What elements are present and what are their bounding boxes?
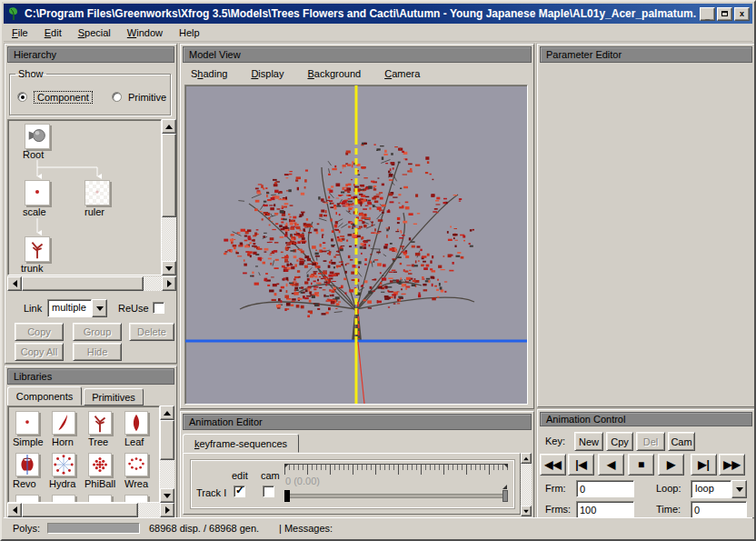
libraries-scroll-down-button[interactable] [160, 488, 174, 503]
library-item-partial-icon[interactable] [52, 495, 75, 503]
frames-total-input[interactable] [576, 501, 634, 518]
library-item-label[interactable]: Revo [13, 478, 36, 489]
copy-all-button[interactable]: Copy All [15, 343, 64, 361]
go-to-end-button[interactable]: ▶| [691, 454, 717, 476]
library-item-phiball-icon[interactable] [88, 453, 112, 476]
title-bar[interactable]: C:\Program Files\Greenworks\Xfrog 3.5\Mo… [4, 4, 752, 24]
library-item-wreath-icon[interactable] [124, 453, 148, 476]
close-button[interactable]: x [734, 7, 750, 21]
key-delete-button[interactable]: Del [636, 432, 665, 451]
maximize-button[interactable] [717, 7, 732, 21]
tab-primitives[interactable]: Primitives [84, 388, 144, 406]
menu-display[interactable]: Display [243, 65, 292, 82]
menu-edit[interactable]: Edit [36, 25, 70, 41]
root-node-icon[interactable] [25, 124, 50, 149]
play-backward-button[interactable]: ◀ [598, 454, 624, 476]
library-item-label[interactable]: Hydra [49, 478, 75, 489]
menu-file[interactable]: File [4, 25, 36, 41]
hierarchy-tree-canvas[interactable]: Root scale ruler trunk [7, 119, 162, 276]
component-library-canvas[interactable]: Simple Horn Tree Leaf Revo Hydra PhiBall… [7, 406, 160, 503]
libraries-scroll-right-button[interactable] [160, 503, 174, 517]
timeline-slider-thumb[interactable] [284, 490, 290, 502]
frame-input[interactable] [576, 480, 634, 497]
fast-forward-button[interactable]: ▶▶ [719, 454, 745, 476]
loop-combobox-value[interactable]: loop [691, 480, 731, 498]
trunk-node-label[interactable]: trunk [21, 263, 43, 274]
hierarchy-horizontal-scrollbar[interactable] [7, 276, 176, 291]
library-item-leaf-icon[interactable] [124, 411, 148, 435]
copy-button[interactable]: Copy [15, 323, 64, 341]
loop-combobox-dropdown-button[interactable] [731, 480, 747, 498]
libraries-vertical-scrollbar[interactable] [160, 406, 174, 503]
link-combobox-dropdown-button[interactable] [92, 299, 107, 317]
library-item-label[interactable]: PhiBall [85, 478, 115, 489]
link-combobox-value[interactable]: multiple [47, 299, 92, 317]
scale-node-icon[interactable] [25, 180, 50, 205]
reuse-checkbox[interactable] [153, 302, 164, 314]
menu-background[interactable]: Background [299, 65, 369, 82]
animation-editor-scroll-down-button[interactable] [521, 506, 532, 516]
menu-special[interactable]: Special [70, 25, 119, 41]
menu-window[interactable]: Window [119, 25, 171, 41]
timeline-ruler[interactable] [284, 464, 508, 475]
ruler-left-handle-icon[interactable] [284, 464, 289, 468]
component-radio[interactable] [17, 92, 27, 102]
delete-button[interactable]: Delete [129, 323, 174, 341]
library-item-revo-icon[interactable] [15, 453, 39, 476]
play-button[interactable]: ▶ [658, 454, 684, 476]
library-item-partial-icon[interactable] [15, 495, 39, 503]
primitive-radio-label[interactable]: Primitive [128, 92, 166, 103]
library-item-label[interactable]: Leaf [124, 436, 144, 447]
library-item-label[interactable]: Tree [88, 436, 108, 447]
library-item-label[interactable]: Wrea [124, 478, 148, 489]
scale-node-label[interactable]: scale [23, 206, 46, 217]
hierarchy-scroll-left-button[interactable] [7, 276, 22, 291]
link-combobox[interactable]: multiple [47, 299, 107, 317]
slider-right-handle-icon[interactable] [502, 485, 507, 489]
root-node-label[interactable]: Root [23, 149, 44, 160]
hierarchy-scroll-up-button[interactable] [162, 119, 176, 134]
library-item-partial-icon[interactable] [124, 495, 148, 503]
loop-combobox[interactable]: loop [691, 480, 747, 498]
library-item-hydra-icon[interactable] [52, 453, 75, 476]
hierarchy-vscroll-thumb[interactable] [162, 134, 176, 217]
menu-camera[interactable]: Camera [376, 65, 428, 82]
libraries-scroll-left-button[interactable] [7, 503, 22, 517]
hierarchy-scroll-right-button[interactable] [162, 276, 176, 291]
time-input[interactable] [691, 501, 747, 518]
library-item-label[interactable]: Horn [52, 436, 74, 447]
key-copy-button[interactable]: Cpy [606, 432, 633, 451]
trunk-node-icon[interactable] [25, 236, 50, 262]
ruler-node-icon[interactable] [85, 180, 110, 205]
ruler-node-label[interactable]: ruler [85, 206, 104, 217]
primitive-radio[interactable] [112, 92, 122, 102]
minimize-button[interactable]: _ [700, 7, 715, 21]
component-radio-label[interactable]: Component [34, 91, 93, 104]
animation-editor-scrollbar[interactable] [521, 453, 532, 516]
library-item-tree-icon[interactable] [88, 411, 112, 435]
ruler-right-handle-icon[interactable] [503, 464, 508, 468]
go-to-start-button[interactable]: |◀ [568, 454, 594, 476]
libraries-hscroll-thumb[interactable] [22, 503, 138, 517]
hide-button[interactable]: Hide [73, 343, 122, 361]
timeline-slider-track[interactable] [284, 494, 508, 498]
stop-button[interactable]: ■ [628, 454, 654, 476]
hierarchy-vertical-scrollbar[interactable] [162, 119, 176, 276]
tab-keyframe-sequences[interactable]: keyframe-sequences [183, 434, 299, 453]
timeline-slider-end-cap[interactable] [502, 490, 508, 502]
animation-editor-scroll-up-button[interactable] [521, 453, 532, 464]
track-cam-checkbox[interactable] [263, 486, 274, 497]
group-button[interactable]: Group [73, 323, 122, 341]
key-cam-button[interactable]: Cam [668, 432, 695, 451]
hierarchy-scroll-down-button[interactable] [162, 261, 176, 276]
library-item-label[interactable]: Simple [13, 436, 44, 447]
rewind-button[interactable]: ◀◀ [540, 454, 566, 476]
menu-shading[interactable]: Shading [183, 65, 235, 82]
libraries-vscroll-thumb[interactable] [160, 420, 174, 460]
menu-help[interactable]: Help [171, 25, 208, 41]
hierarchy-hscroll-thumb[interactable] [22, 276, 144, 291]
model-viewport[interactable] [184, 85, 528, 405]
library-item-simple-icon[interactable] [15, 411, 39, 435]
libraries-scroll-up-button[interactable] [160, 406, 174, 420]
library-item-partial-icon[interactable] [88, 495, 112, 503]
